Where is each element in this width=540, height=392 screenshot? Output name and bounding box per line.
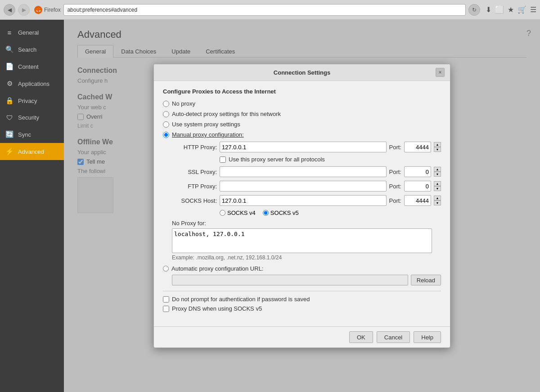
- sidebar-item-advanced[interactable]: ⚡ Advanced: [0, 143, 64, 160]
- proxy-fields: HTTP Proxy: Port: ▲ ▼ Use: [172, 142, 441, 216]
- dialog-body: Configure Proxies to Access the Internet…: [154, 81, 450, 326]
- ssl-port-input[interactable]: [404, 166, 431, 177]
- use-system-radio[interactable]: [163, 121, 169, 128]
- sidebar-item-search[interactable]: 🔍 Search: [0, 41, 64, 58]
- help-button[interactable]: Help: [414, 331, 441, 343]
- reload-button[interactable]: ↻: [468, 4, 480, 16]
- sidebar-item-privacy[interactable]: 🔒 Privacy: [0, 92, 64, 109]
- bottom-checkboxes: Do not prompt for authentication if pass…: [163, 296, 441, 312]
- reload-button[interactable]: Reload: [411, 275, 441, 285]
- ftp-port-input[interactable]: [404, 181, 431, 192]
- http-proxy-input[interactable]: [220, 142, 387, 152]
- http-port-spinner[interactable]: ▲ ▼: [434, 142, 441, 152]
- no-auth-label: Do not prompt for authentication if pass…: [172, 296, 310, 303]
- no-proxy-radio[interactable]: [163, 101, 169, 107]
- advanced-icon: ⚡: [5, 147, 14, 156]
- dialog-footer: OK Cancel Help: [154, 326, 450, 347]
- no-proxy-option[interactable]: No proxy: [163, 100, 441, 107]
- socks-v5-option[interactable]: SOCKS v5: [263, 209, 299, 216]
- sidebar-label-privacy: Privacy: [18, 98, 37, 104]
- sidebar-label-content: Content: [18, 63, 39, 70]
- proxy-dns-checkbox[interactable]: [163, 306, 169, 312]
- ftp-proxy-input[interactable]: [220, 181, 387, 192]
- http-port-up[interactable]: ▲: [434, 142, 441, 147]
- socks-port-label: Port:: [389, 197, 401, 204]
- ssl-port-spinner[interactable]: ▲ ▼: [434, 167, 441, 177]
- use-system-label: Use system proxy settings: [172, 121, 240, 128]
- no-proxy-example: Example: .mozilla.org, .net.nz, 192.168.…: [172, 254, 441, 261]
- http-proxy-label: HTTP Proxy:: [172, 144, 217, 151]
- ssl-port-up[interactable]: ▲: [434, 167, 441, 172]
- socks-version-row: SOCKS v4 SOCKS v5: [220, 209, 441, 216]
- pocket-icon[interactable]: ★: [508, 5, 514, 14]
- socks-host-row: SOCKS Host: Port: ▲ ▼: [172, 195, 441, 206]
- no-auth-checkbox[interactable]: [163, 296, 169, 303]
- sidebar-item-applications[interactable]: ⚙ Applications: [0, 75, 64, 92]
- menu-icon[interactable]: ☰: [530, 5, 536, 14]
- use-system-option[interactable]: Use system proxy settings: [163, 121, 441, 128]
- manual-option[interactable]: Manual proxy configuration:: [163, 131, 441, 138]
- cancel-button[interactable]: Cancel: [377, 331, 410, 343]
- auto-proxy-radio[interactable]: [163, 266, 169, 272]
- http-port-input[interactable]: [404, 142, 431, 152]
- socks-v5-radio[interactable]: [263, 210, 269, 216]
- socks-port-spinner[interactable]: ▲ ▼: [434, 196, 441, 205]
- dialog-close-button[interactable]: ×: [436, 68, 445, 77]
- proxy-dns-row: Proxy DNS when using SOCKS v5: [163, 305, 441, 312]
- general-icon: ≡: [5, 29, 14, 36]
- socks-host-input[interactable]: [220, 195, 387, 206]
- ftp-proxy-row: FTP Proxy: Port: ▲ ▼: [172, 181, 441, 192]
- socks-host-label: SOCKS Host:: [172, 197, 217, 204]
- sidebar: ≡ General 🔍 Search 📄 Content ⚙ Applicati…: [0, 20, 64, 392]
- socks-port-input[interactable]: [404, 195, 431, 206]
- auto-detect-radio[interactable]: [163, 111, 169, 117]
- ftp-port-down[interactable]: ▼: [434, 186, 441, 191]
- connection-settings-dialog: Connection Settings × Configure Proxies …: [153, 64, 450, 348]
- privacy-icon: 🔒: [5, 97, 14, 105]
- firefox-logo: 🦊 Firefox: [34, 6, 61, 14]
- no-proxy-textarea[interactable]: localhost, 127.0.0.1: [172, 228, 432, 253]
- ftp-port-up[interactable]: ▲: [434, 181, 441, 186]
- socks-v4-radio[interactable]: [220, 210, 225, 216]
- back-button[interactable]: ◀: [4, 4, 15, 16]
- http-port-down[interactable]: ▼: [434, 147, 441, 152]
- ok-button[interactable]: OK: [349, 331, 373, 343]
- ssl-proxy-label: SSL Proxy:: [172, 169, 217, 175]
- sidebar-label-sync: Sync: [18, 131, 31, 138]
- modal-overlay: Connection Settings × Configure Proxies …: [64, 20, 540, 392]
- use-for-all-row: Use this proxy server for all protocols: [220, 156, 441, 163]
- use-for-all-checkbox[interactable]: [220, 156, 226, 163]
- sidebar-item-content[interactable]: 📄 Content: [0, 58, 64, 75]
- ftp-port-spinner[interactable]: ▲ ▼: [434, 181, 441, 191]
- socks-port-up[interactable]: ▲: [434, 196, 441, 200]
- browser-toolbar: ◀ ▶ 🦊 Firefox about:preferences#advanced…: [0, 0, 540, 20]
- firefox-label: Firefox: [44, 7, 61, 13]
- manual-radio[interactable]: [163, 132, 169, 138]
- no-proxy-label: No proxy: [172, 100, 195, 107]
- ssl-proxy-input[interactable]: [220, 166, 387, 177]
- no-auth-row: Do not prompt for authentication if pass…: [163, 296, 441, 303]
- browser-icons: ⬇ ⬜ ★ 🛒 ☰: [486, 5, 536, 14]
- url-bar[interactable]: about:preferences#advanced: [63, 4, 466, 16]
- download-icon[interactable]: ⬇: [486, 5, 491, 14]
- content-icon: 📄: [5, 62, 14, 71]
- socks-port-down[interactable]: ▼: [434, 200, 441, 205]
- auto-proxy-option: Automatic proxy configuration URL:: [163, 265, 441, 272]
- socks-v5-label: SOCKS v5: [270, 209, 299, 216]
- ssl-port-label: Port:: [389, 169, 401, 175]
- cart-icon[interactable]: 🛒: [518, 5, 526, 14]
- forward-button[interactable]: ▶: [18, 4, 30, 16]
- socks-v4-option[interactable]: SOCKS v4: [220, 209, 256, 216]
- search-icon: 🔍: [5, 45, 14, 53]
- ssl-port-down[interactable]: ▼: [434, 172, 441, 177]
- sidebar-item-general[interactable]: ≡ General: [0, 24, 64, 41]
- sidebar-item-sync[interactable]: 🔄 Sync: [0, 126, 64, 143]
- sidebar-item-security[interactable]: 🛡 Security: [0, 109, 64, 126]
- content-area: Advanced ? General Data Choices Update C…: [64, 20, 540, 392]
- main-layout: ≡ General 🔍 Search 📄 Content ⚙ Applicati…: [0, 20, 540, 392]
- tabs-icon[interactable]: ⬜: [495, 5, 504, 14]
- auto-proxy-input[interactable]: [172, 275, 408, 285]
- ssl-proxy-row: SSL Proxy: Port: ▲ ▼: [172, 166, 441, 177]
- http-port-label: Port:: [389, 144, 401, 151]
- auto-detect-option[interactable]: Auto-detect proxy settings for this netw…: [163, 111, 441, 117]
